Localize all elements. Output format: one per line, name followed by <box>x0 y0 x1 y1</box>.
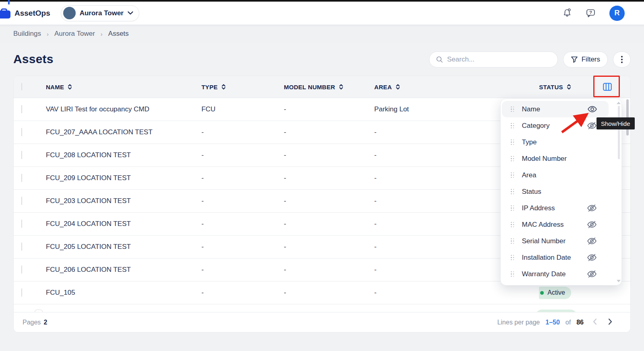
drag-handle-icon[interactable] <box>511 140 514 145</box>
row-checkbox[interactable] <box>21 242 22 251</box>
sort-arrows-icon[interactable] <box>566 84 572 90</box>
notifications-button[interactable] <box>562 8 572 18</box>
row-checkbox[interactable] <box>21 288 22 297</box>
drag-handle-icon[interactable] <box>511 189 514 195</box>
column-header-type[interactable]: TYPE <box>201 84 284 90</box>
drag-handle-icon[interactable] <box>511 271 514 277</box>
row-checkbox[interactable] <box>21 265 22 274</box>
topbar: AssetOps Aurora Tower ? R <box>0 2 644 25</box>
drag-handle-icon[interactable] <box>511 123 514 129</box>
menu-scroll-up-icon[interactable] <box>617 102 621 104</box>
column-header-name[interactable]: NAME <box>46 84 201 90</box>
row-checkbox[interactable] <box>21 197 22 205</box>
column-menu-item[interactable]: Serial Number <box>502 233 620 249</box>
drag-handle-icon[interactable] <box>511 156 514 162</box>
cell-model-number: - <box>284 266 374 274</box>
eye-off-icon[interactable] <box>586 203 597 213</box>
sort-arrows-icon[interactable] <box>67 84 72 90</box>
cell-name: FCU_206 LOCATION TEST <box>46 266 201 274</box>
cell-model-number: - <box>284 105 374 113</box>
row-checkbox[interactable] <box>21 151 22 159</box>
column-menu-item[interactable]: Status <box>502 183 620 200</box>
sort-arrows-icon[interactable] <box>395 84 400 90</box>
cell-type: - <box>201 266 284 274</box>
select-all-checkbox[interactable] <box>21 83 22 90</box>
column-menu-item[interactable]: MAC Address <box>502 216 620 233</box>
column-menu-item-label: Type <box>522 138 537 146</box>
table-header-row: NAME TYPE MODEL NUMBER AREA STATUS <box>14 76 630 98</box>
breadcrumb: Buildings › Aurora Tower › Assets <box>0 25 644 43</box>
row-checkbox[interactable] <box>21 128 22 136</box>
next-page-button[interactable] <box>606 316 614 328</box>
eye-off-icon[interactable] <box>586 236 597 246</box>
drag-handle-icon[interactable] <box>511 238 514 244</box>
menu-scroll-down-icon[interactable] <box>617 280 621 282</box>
search-box[interactable] <box>429 51 558 68</box>
show-hide-tooltip: Show/Hide <box>597 117 635 129</box>
column-header-model-number[interactable]: MODEL NUMBER <box>284 84 374 90</box>
drag-handle-icon[interactable] <box>511 222 514 228</box>
filters-button[interactable]: Filters <box>563 51 608 68</box>
user-avatar[interactable]: R <box>609 6 625 21</box>
cell-type: - <box>201 289 284 297</box>
column-menu-item-label: IP Address <box>522 204 555 212</box>
column-menu-item-label: Installation Date <box>522 254 571 262</box>
cell-name: FCU_204 LOCATION TEST <box>46 220 201 228</box>
column-menu-item[interactable]: Installation Date <box>502 249 620 266</box>
more-actions-button[interactable] <box>613 51 631 68</box>
filters-label: Filters <box>582 55 600 64</box>
column-header-area[interactable]: AREA <box>374 84 539 90</box>
cell-type: - <box>201 197 284 205</box>
help-button[interactable]: ? <box>586 8 596 18</box>
search-icon <box>436 55 443 64</box>
column-menu-item-label: Serial Number <box>522 237 566 245</box>
menu-scrollbar-thumb[interactable] <box>618 106 620 159</box>
column-menu-item[interactable]: Area <box>502 167 620 183</box>
breadcrumb-separator: › <box>47 31 49 37</box>
previous-page-button[interactable] <box>591 316 599 328</box>
column-menu-item[interactable]: Warranty Date <box>502 266 620 282</box>
building-selector[interactable]: Aurora Tower <box>61 5 139 21</box>
cell-model-number: - <box>284 128 374 136</box>
sort-arrows-icon[interactable] <box>339 84 344 90</box>
cell-name: FCU_209 LOCATION TEST <box>46 174 201 182</box>
column-menu-item-label: Name <box>522 105 540 113</box>
building-avatar <box>63 7 76 19</box>
drag-handle-icon[interactable] <box>511 255 514 261</box>
tab-indicator <box>8 0 10 4</box>
eye-off-icon[interactable] <box>586 220 597 230</box>
table-footer: Pages 2 Lines per page 1–50 of 86 <box>14 312 630 332</box>
breadcrumb-building[interactable]: Aurora Tower <box>54 30 95 38</box>
page-title: Assets <box>13 52 54 66</box>
drag-handle-icon[interactable] <box>511 172 514 178</box>
of-label: of <box>566 319 571 326</box>
drag-handle-icon[interactable] <box>511 107 514 112</box>
cell-name: FCU_105 <box>46 289 201 297</box>
row-checkbox[interactable] <box>21 220 22 228</box>
eye-off-icon[interactable] <box>586 252 597 263</box>
lines-range: 1–50 <box>545 319 560 326</box>
row-checkbox[interactable] <box>21 105 22 113</box>
breadcrumb-assets: Assets <box>108 30 129 38</box>
lines-total: 86 <box>576 319 584 326</box>
row-checkbox[interactable] <box>21 174 22 182</box>
building-selector-label: Aurora Tower <box>80 9 124 17</box>
cell-name: VAV LIRI Test for occupancy CMD <box>46 105 201 113</box>
breadcrumb-buildings[interactable]: Buildings <box>13 30 41 38</box>
search-input[interactable] <box>447 55 551 64</box>
lines-per-page-label: Lines per page <box>497 319 540 326</box>
column-menu-item[interactable]: IP Address <box>502 200 620 216</box>
cell-model-number: - <box>284 151 374 159</box>
chevron-right-icon <box>608 318 613 325</box>
app-name: AssetOps <box>14 9 50 18</box>
sort-arrows-icon[interactable] <box>221 84 226 90</box>
column-menu-item[interactable]: Model Number <box>502 150 620 167</box>
eye-off-icon[interactable] <box>586 269 597 279</box>
drag-handle-icon[interactable] <box>511 205 514 211</box>
cell-status: Active <box>539 287 630 299</box>
column-menu-item-label: MAC Address <box>522 221 564 229</box>
cell-type: - <box>201 220 284 228</box>
annotation-arrow <box>559 109 595 137</box>
status-dot <box>540 291 544 295</box>
cell-type: FCU <box>201 105 284 113</box>
